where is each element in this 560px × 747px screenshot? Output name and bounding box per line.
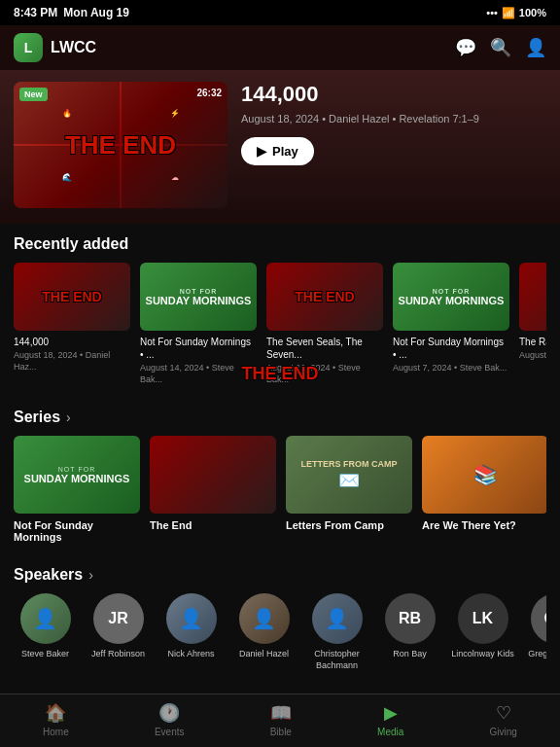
- nav-home-label: Home: [43, 727, 69, 737]
- bottom-nav: 🏠 Home 🕐 Events 📖 Bible ▶ Media ♡ Giving: [0, 694, 560, 747]
- series-thumbnail: THE END: [150, 436, 276, 514]
- bible-icon: 📖: [270, 702, 292, 724]
- giving-icon: ♡: [496, 702, 511, 724]
- home-icon: 🏠: [45, 702, 66, 724]
- events-icon: 🕐: [158, 702, 180, 724]
- nav-media[interactable]: ▶ Media: [377, 702, 403, 737]
- nav-giving-label: Giving: [490, 727, 517, 737]
- nav-media-label: Media: [377, 727, 403, 737]
- nav-bible[interactable]: 📖 Bible: [270, 702, 292, 737]
- nav-giving[interactable]: ♡ Giving: [490, 702, 517, 737]
- series-section: Series › NOT FOR SUNDAY MORNINGS Not For…: [0, 397, 560, 554]
- list-item[interactable]: THE END The End: [150, 436, 276, 543]
- nav-bible-label: Bible: [270, 727, 292, 737]
- series-scroll[interactable]: NOT FOR SUNDAY MORNINGS Not For Sunday M…: [14, 436, 546, 551]
- nav-home[interactable]: 🏠 Home: [43, 702, 69, 737]
- media-icon: ▶: [384, 702, 398, 724]
- nav-events-label: Events: [155, 727, 185, 737]
- nav-events[interactable]: 🕐 Events: [155, 702, 185, 737]
